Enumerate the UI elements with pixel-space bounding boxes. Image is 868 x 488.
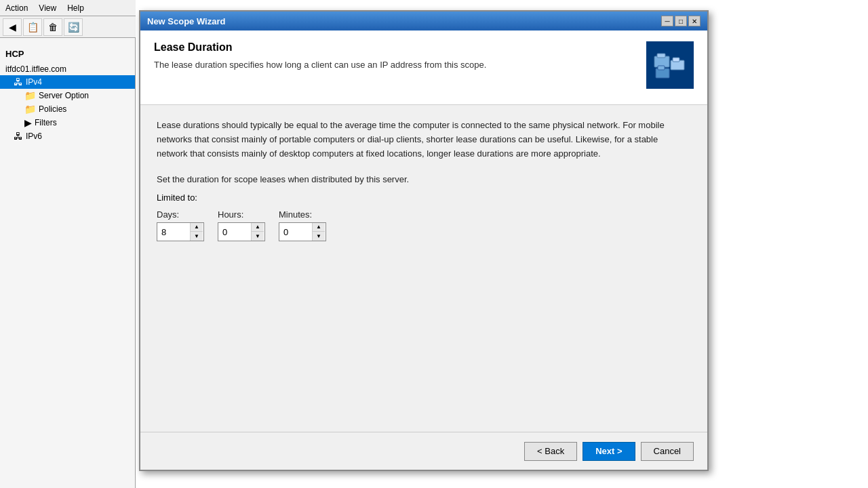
- dialog-header-icon: [646, 41, 694, 89]
- hours-spinner: ▲ ▼: [218, 222, 265, 241]
- spinners-row: Days: ▲ ▼ Hours: ▲: [157, 209, 691, 241]
- hours-down-btn[interactable]: ▼: [252, 232, 264, 241]
- minutes-label: Minutes:: [279, 209, 326, 220]
- toolbar-back-btn[interactable]: ◀: [3, 18, 22, 36]
- set-duration-text: Set the duration for scope leases when d…: [157, 174, 691, 184]
- days-down-btn[interactable]: ▼: [191, 232, 203, 241]
- tree-area: HCP itfdc01.itflee.com 🖧 IPv4 📁 Server O…: [0, 43, 135, 146]
- ipv4-icon: 🖧: [14, 77, 23, 87]
- policies-icon: 📁: [24, 104, 36, 115]
- minutes-input[interactable]: [279, 223, 312, 241]
- hours-label: Hours:: [218, 209, 265, 220]
- description-paragraph1: Lease durations should typically be equa…: [157, 119, 691, 161]
- hours-up-btn[interactable]: ▲: [252, 223, 264, 232]
- toolbar: ◀ 📋 🗑 🔄: [0, 16, 136, 38]
- titlebar-buttons: ─ □ ✕: [661, 16, 701, 26]
- tree-item-policies[interactable]: 📁 Policies: [0, 102, 135, 116]
- wizard-dialog: New Scope Wizard ─ □ ✕ Lease Duration Th…: [139, 10, 709, 471]
- network-folder-icon: [653, 48, 687, 82]
- back-button[interactable]: < Back: [524, 442, 577, 461]
- dialog-body: Lease durations should typically be equa…: [140, 105, 707, 255]
- days-label: Days:: [157, 209, 204, 220]
- days-input[interactable]: [157, 223, 190, 241]
- dialog-header: Lease Duration The lease duration specif…: [140, 30, 707, 105]
- svg-rect-3: [673, 58, 679, 62]
- dialog-header-title: Lease Duration: [154, 41, 486, 54]
- tree-item-ipv6[interactable]: 🖧 IPv6: [0, 129, 135, 143]
- tree-item-server-options[interactable]: 📁 Server Option: [0, 89, 135, 102]
- minutes-up-btn[interactable]: ▲: [313, 223, 325, 232]
- filters-icon: ▶: [24, 117, 32, 128]
- ipv6-icon: 🖧: [14, 131, 23, 142]
- cancel-button[interactable]: Cancel: [641, 442, 694, 461]
- dialog-header-text: Lease Duration The lease duration specif…: [154, 41, 486, 71]
- dialog-title: New Scope Wizard: [147, 16, 225, 26]
- days-spinner-group: Days: ▲ ▼: [157, 209, 204, 241]
- toolbar-delete-btn[interactable]: 🗑: [43, 18, 62, 36]
- tree-item-filters[interactable]: ▶ Filters: [0, 116, 135, 129]
- minutes-spinner-group: Minutes: ▲ ▼: [279, 209, 326, 241]
- menu-view[interactable]: View: [33, 2, 62, 14]
- dialog-minimize-btn[interactable]: ─: [661, 16, 673, 26]
- dialog-maximize-btn[interactable]: □: [675, 16, 687, 26]
- toolbar-refresh-btn[interactable]: 🔄: [64, 18, 83, 36]
- svg-rect-1: [657, 54, 665, 58]
- svg-rect-5: [658, 66, 665, 70]
- dialog-header-description: The lease duration specifies how long a …: [154, 59, 486, 71]
- right-panel: New Scope Wizard ─ □ ✕ Lease Duration Th…: [136, 0, 868, 488]
- next-button[interactable]: Next >: [583, 442, 635, 461]
- hours-spinner-group: Hours: ▲ ▼: [218, 209, 265, 241]
- left-panel-header: Action View Help ◀ 📋 🗑 🔄: [0, 0, 135, 38]
- left-panel: Action View Help ◀ 📋 🗑 🔄 HCP itfdc01.itf…: [0, 0, 136, 488]
- days-up-btn[interactable]: ▲: [191, 223, 203, 232]
- menu-help[interactable]: Help: [62, 2, 90, 14]
- toolbar-copy-btn[interactable]: 📋: [23, 18, 42, 36]
- minutes-down-btn[interactable]: ▼: [313, 232, 325, 241]
- days-spinner-buttons: ▲ ▼: [190, 223, 203, 241]
- hcp-label: HCP: [0, 46, 135, 62]
- dialog-close-btn[interactable]: ✕: [688, 16, 701, 26]
- server-options-icon: 📁: [24, 90, 36, 101]
- hours-spinner-buttons: ▲ ▼: [251, 223, 264, 241]
- dialog-titlebar: New Scope Wizard ─ □ ✕: [140, 12, 707, 30]
- server-name: itfdc01.itflee.com: [0, 62, 135, 75]
- days-spinner: ▲ ▼: [157, 222, 204, 241]
- menu-action[interactable]: Action: [0, 2, 33, 14]
- hours-input[interactable]: [218, 223, 251, 241]
- menubar: Action View Help: [0, 0, 136, 16]
- limited-to-label: Limited to:: [157, 192, 691, 203]
- minutes-spinner: ▲ ▼: [279, 222, 326, 241]
- dialog-footer: < Back Next > Cancel: [140, 432, 707, 470]
- minutes-spinner-buttons: ▲ ▼: [312, 223, 325, 241]
- tree-item-ipv4[interactable]: 🖧 IPv4: [0, 75, 135, 89]
